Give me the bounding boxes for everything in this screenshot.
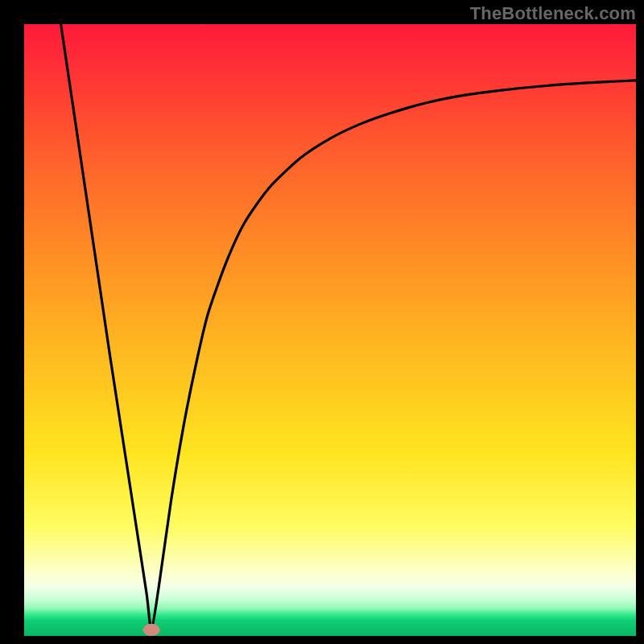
- chart-root: TheBottleneck.com: [0, 0, 644, 644]
- bottleneck-chart: [0, 0, 644, 644]
- optimum-marker: [142, 624, 159, 636]
- attribution-text: TheBottleneck.com: [470, 3, 636, 24]
- gradient-background: [24, 24, 636, 636]
